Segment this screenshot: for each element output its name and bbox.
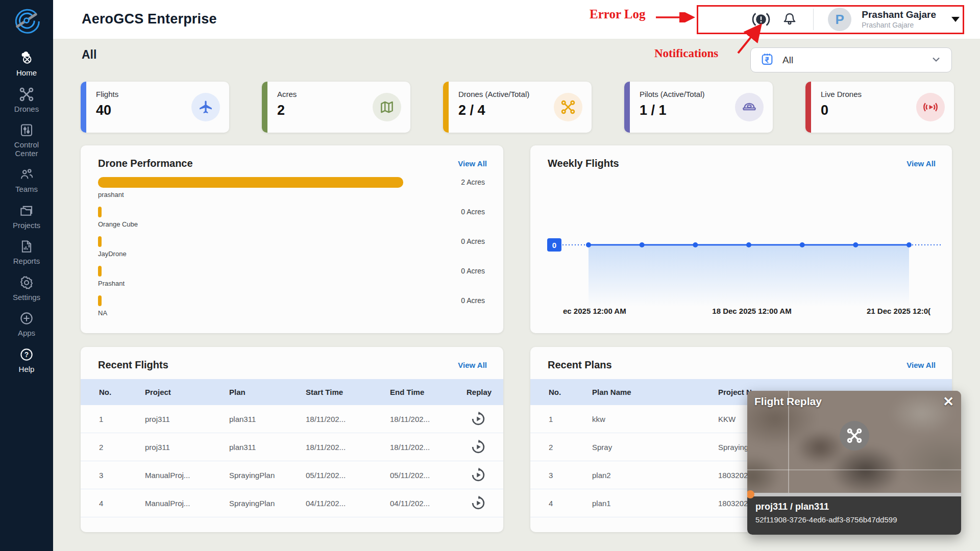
sidebar-item-teams[interactable]: Teams [0, 166, 53, 194]
close-icon[interactable]: ✕ [943, 394, 954, 410]
table-cell: 05/11/202... [390, 471, 467, 480]
table-cell: plan1 [592, 499, 718, 508]
table-cell: ManualProj... [145, 499, 229, 508]
sidebar-item-help[interactable]: ? Help [0, 346, 53, 374]
table-header-row: No. Project Plan Start Time End Time Rep… [81, 379, 503, 405]
sidebar-item-home[interactable]: Home [0, 50, 53, 78]
project-filter-dropdown[interactable]: All [750, 47, 952, 72]
table-row: 3ManualProj...SprayingPlan05/11/202...05… [81, 461, 503, 489]
bar-value-label: 0 Acres [461, 237, 485, 245]
sidebar-item-apps[interactable]: Apps [0, 310, 53, 338]
live-broadcast-icon [916, 93, 945, 121]
column-header: Plan Name [592, 388, 718, 396]
chevron-down-icon[interactable] [951, 17, 960, 22]
pilot-cap-icon [735, 93, 764, 121]
user-role: Prashant Gajare [862, 21, 936, 30]
map-icon [373, 93, 401, 121]
column-header: No. [99, 388, 145, 396]
filter-selected-value: All [782, 55, 922, 66]
plus-circle-icon [18, 310, 35, 327]
sidebar-item-label: Apps [18, 329, 35, 338]
performance-bar-row: Prashant0 Acres [98, 266, 485, 295]
question-circle-icon: ? [18, 346, 35, 363]
user-avatar[interactable]: P [828, 8, 851, 31]
table-cell: plan311 [229, 443, 306, 452]
stat-card-pilots[interactable]: Pilots (Active/Total) 1 / 1 [624, 82, 773, 133]
sidebar-item-label: Control Center [6, 141, 47, 158]
bar [98, 295, 102, 306]
performance-bar-row: JayDrone0 Acres [98, 236, 485, 266]
table-cell: 2 [99, 443, 145, 452]
table-cell: 4 [99, 499, 145, 508]
sliders-icon [18, 122, 35, 138]
table-cell: proj311 [145, 415, 229, 423]
notification-bell-icon[interactable] [780, 11, 799, 28]
sidebar-item-reports[interactable]: Reports [0, 238, 53, 266]
accent-bar [805, 82, 811, 133]
table-cell: 1 [549, 415, 592, 423]
sidebar-nav: Home Drones Control Center Teams Project… [0, 50, 53, 373]
column-header: End Time [390, 388, 467, 396]
report-document-icon [18, 238, 35, 255]
header-divider [813, 9, 814, 30]
folder-icon [18, 203, 35, 219]
sidebar-item-settings[interactable]: Settings [0, 274, 53, 302]
bar [98, 236, 102, 247]
map-road-line [747, 469, 961, 470]
x-axis-tick: 18 Dec 2025 12:00 AM [706, 307, 798, 315]
column-header: Start Time [306, 388, 390, 396]
drone-marker-icon [840, 421, 869, 450]
replay-flight-id: 52f11908-3726-4ed6-adf3-8756b47dd599 [755, 515, 953, 524]
replay-info-panel: proj311 / plan311 52f11908-3726-4ed6-adf… [747, 496, 961, 535]
table-cell: 3 [549, 471, 592, 480]
replay-progress-bar[interactable] [747, 493, 961, 496]
stat-card-live-drones[interactable]: Live Drones 0 [805, 82, 954, 133]
weekly-flights-panel: Weekly Flights View All 0 ec 2025 12:00 … [530, 145, 952, 333]
sidebar-item-projects[interactable]: Projects [0, 203, 53, 230]
table-cell: 18/11/202... [306, 443, 390, 452]
replay-button[interactable] [470, 466, 487, 484]
drone-performance-view-all-link[interactable]: View All [458, 159, 487, 168]
bar-value-label: 0 Acres [461, 267, 485, 275]
sidebar-item-drones[interactable]: Drones [0, 86, 53, 114]
bar [98, 177, 403, 188]
app-logo-icon[interactable] [11, 5, 42, 36]
column-header: No. [549, 388, 592, 396]
column-header: Plan [229, 388, 306, 396]
table-cell: 1 [99, 415, 145, 423]
drone-icon [18, 86, 35, 103]
plane-icon [191, 93, 220, 121]
svg-text:?: ? [24, 351, 29, 359]
rupee-filter-icon [760, 52, 774, 68]
flight-replay-popup: Flight Replay ✕ proj311 / plan311 52f119… [747, 391, 961, 535]
replay-button[interactable] [470, 410, 487, 428]
stat-card-drones[interactable]: Drones (Active/Total) 2 / 4 [443, 82, 592, 133]
error-log-icon[interactable] [752, 11, 770, 28]
user-menu[interactable]: Prashant Gajare Prashant Gajare [862, 9, 936, 30]
sidebar-item-control-center[interactable]: Control Center [0, 122, 53, 158]
panel-title: Weekly Flights [548, 158, 619, 169]
performance-bar-row: prashant2 Acres [98, 177, 485, 207]
flight-replay-map[interactable]: Flight Replay ✕ [747, 391, 961, 493]
drone-performance-chart: prashant2 AcresOrange Cube0 AcresJayDron… [98, 177, 485, 325]
sidebar-item-label: Teams [15, 185, 38, 194]
weekly-flights-view-all-link[interactable]: View All [906, 159, 936, 168]
header-actions: P Prashant Gajare Prashant Gajare [752, 0, 960, 39]
table-cell: 18/11/202... [390, 415, 467, 423]
accent-bar [262, 82, 267, 133]
bar-category-label: Orange Cube [98, 220, 485, 228]
stat-card-acres[interactable]: Acres 2 [262, 82, 410, 133]
table-cell: SprayingPlan [229, 499, 306, 508]
table-cell: 05/11/202... [306, 471, 390, 480]
stat-card-flights[interactable]: Flights 40 [81, 82, 229, 133]
panel-title: Recent Flights [98, 359, 168, 371]
table-body: 1proj311plan31118/11/202...18/11/202...2… [81, 405, 503, 517]
replay-button[interactable] [470, 494, 487, 512]
bar-value-label: 2 Acres [461, 178, 485, 186]
recent-plans-view-all-link[interactable]: View All [906, 361, 936, 369]
table-cell: 4 [549, 499, 592, 508]
table-row: 1proj311plan31118/11/202...18/11/202... [81, 405, 503, 433]
bar [98, 266, 102, 277]
recent-flights-view-all-link[interactable]: View All [458, 361, 487, 369]
replay-button[interactable] [470, 438, 487, 456]
